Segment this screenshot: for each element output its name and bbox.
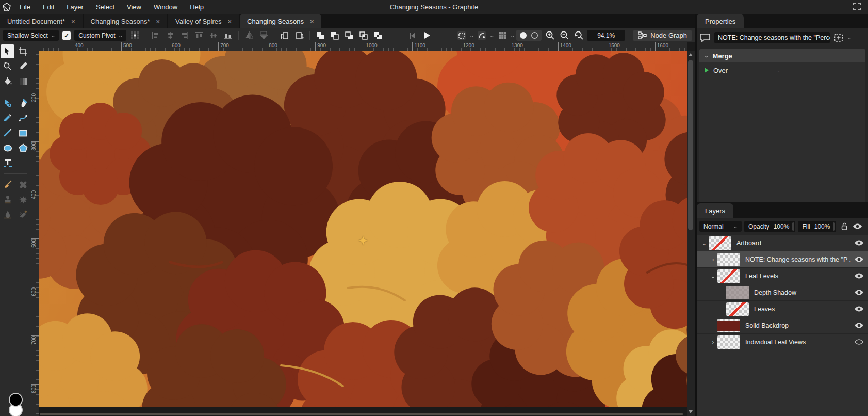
tab-close-icon[interactable]: × <box>309 18 315 25</box>
tool-clone[interactable] <box>1 193 14 206</box>
canvas-zoom-field[interactable]: 94.1% <box>587 30 625 41</box>
flip-vertical-icon[interactable] <box>257 29 270 41</box>
tool-pen[interactable] <box>16 96 30 110</box>
eye-icon[interactable] <box>854 322 864 329</box>
layer-expand-arrow[interactable]: › <box>709 256 717 263</box>
eye-icon[interactable] <box>854 256 864 263</box>
exposed-input-icon[interactable] <box>705 68 709 73</box>
layer-row[interactable]: ⌄Leaf Levels <box>697 268 868 284</box>
layer-expand-arrow[interactable]: ⌄ <box>700 239 709 247</box>
selection-mode-dropdown[interactable]: Shallow Select ⌄ <box>3 30 59 41</box>
tool-relight[interactable] <box>16 207 30 221</box>
view-mode-toggle[interactable] <box>516 30 542 41</box>
node-graph-button[interactable]: Node Graph <box>633 30 692 41</box>
drag-handle[interactable] <box>792 222 794 231</box>
layer-name-field[interactable]: NOTE: Change seasons with the "Percentag… <box>714 32 830 43</box>
blend-mode-dropdown[interactable]: Normal ⌄ <box>699 221 742 232</box>
align-vertical-center-icon[interactable] <box>207 29 220 41</box>
tab-close-icon[interactable]: × <box>226 18 233 25</box>
horizontal-scroll-thumb[interactable] <box>40 413 683 415</box>
tab-layers[interactable]: Layers <box>697 203 733 218</box>
tool-line[interactable] <box>1 126 14 140</box>
boolean-subtract-back-icon[interactable] <box>343 29 355 41</box>
layer-expand-arrow[interactable]: ⌄ <box>709 273 717 280</box>
tool-fill[interactable] <box>1 74 14 88</box>
timeline-play-icon[interactable] <box>421 29 433 41</box>
tool-path[interactable] <box>1 96 14 110</box>
horizontal-scrollbar[interactable] <box>39 412 687 416</box>
tool-spline[interactable] <box>16 111 30 125</box>
menu-help[interactable]: Help <box>184 0 210 14</box>
flip-horizontal-icon[interactable] <box>243 29 255 41</box>
document-tab[interactable]: Changing Seasons× <box>240 14 321 28</box>
selection-display-dropdown[interactable] <box>455 29 468 41</box>
align-top-icon[interactable] <box>193 29 205 41</box>
menu-view[interactable]: View <box>121 0 148 14</box>
tool-freehand[interactable] <box>1 111 14 125</box>
menu-edit[interactable]: Edit <box>37 0 60 14</box>
align-bottom-icon[interactable] <box>222 29 234 41</box>
menu-select[interactable]: Select <box>90 0 121 14</box>
blend-mode-value[interactable]: - <box>777 67 779 74</box>
tool-gradient[interactable] <box>16 74 30 88</box>
tool-text[interactable] <box>1 156 14 170</box>
document-tab[interactable]: Valley of Spires× <box>168 14 239 28</box>
layer-row[interactable]: ⌄Artboard <box>697 235 868 251</box>
tab-close-icon[interactable]: × <box>70 18 76 25</box>
drag-handle[interactable] <box>833 222 835 231</box>
unlock-icon[interactable] <box>841 222 847 230</box>
tool-ellipse[interactable] <box>1 141 14 155</box>
tool-patch[interactable] <box>16 193 30 206</box>
document-tab[interactable]: Changing Seasons*× <box>84 14 168 28</box>
layer-row[interactable]: Solid Backdrop <box>697 317 868 334</box>
boolean-intersect-icon[interactable] <box>357 29 370 41</box>
tool-polygon[interactable] <box>16 141 30 155</box>
eye-icon[interactable] <box>854 289 864 296</box>
scroll-down-arrow[interactable] <box>689 410 693 413</box>
align-right-icon[interactable] <box>178 29 191 41</box>
layer-row[interactable]: ›NOTE: Change seasons with the "P ... <box>697 251 868 268</box>
eye-icon[interactable] <box>854 306 864 312</box>
tool-navigate[interactable] <box>1 59 14 73</box>
canvas-artwork[interactable] <box>39 51 695 407</box>
opacity-field[interactable]: Opacity 100% <box>744 221 795 232</box>
primary-color-swatch[interactable] <box>9 393 23 407</box>
tool-detail[interactable] <box>1 207 14 221</box>
tool-heal[interactable] <box>16 178 30 191</box>
fullscreen-icon[interactable] <box>853 3 861 12</box>
eye-icon[interactable] <box>853 223 862 230</box>
menu-file[interactable]: File <box>13 0 37 14</box>
menu-window[interactable]: Window <box>148 0 184 14</box>
eye-icon[interactable] <box>854 273 864 279</box>
layer-expand-arrow[interactable]: › <box>709 339 717 346</box>
vertical-scrollbar[interactable] <box>687 51 695 416</box>
eye-icon[interactable] <box>854 239 864 246</box>
graphite-logo-icon[interactable] <box>0 3 13 12</box>
tool-rectangle[interactable] <box>16 126 30 140</box>
layer-row[interactable]: Leaves <box>697 301 868 317</box>
boolean-subtract-front-icon[interactable] <box>329 29 341 41</box>
zoom-reset-icon[interactable] <box>572 29 585 41</box>
boolean-difference-icon[interactable] <box>372 29 384 41</box>
pivot-enabled-checkbox[interactable]: ✓ <box>62 31 71 40</box>
add-node-icon[interactable] <box>833 33 844 42</box>
menu-layer[interactable]: Layer <box>60 0 90 14</box>
pivot-position-grid-icon[interactable] <box>128 29 141 41</box>
scroll-up-arrow[interactable] <box>689 53 693 56</box>
turn-clockwise-icon[interactable] <box>293 29 305 41</box>
tab-close-icon[interactable]: × <box>155 18 161 25</box>
layer-row[interactable]: ›Individual Leaf Views <box>697 334 868 350</box>
eye-hidden-icon[interactable] <box>854 339 864 345</box>
snapping-dropdown[interactable] <box>476 29 488 41</box>
chevron-down-icon[interactable]: ⌄ <box>846 35 852 40</box>
vertical-scroll-thumb[interactable] <box>688 60 693 230</box>
tool-eyedropper[interactable] <box>16 59 30 73</box>
zoom-out-icon[interactable] <box>558 29 570 41</box>
tool-brush[interactable] <box>1 178 14 191</box>
turn-counterclockwise-icon[interactable] <box>279 29 291 41</box>
align-horizontal-center-icon[interactable] <box>164 29 176 41</box>
boolean-union-icon[interactable] <box>314 29 326 41</box>
merge-section-header[interactable]: ⌄ Merge <box>699 49 865 62</box>
tab-properties[interactable]: Properties <box>697 14 744 28</box>
tool-artboard[interactable] <box>16 44 30 58</box>
